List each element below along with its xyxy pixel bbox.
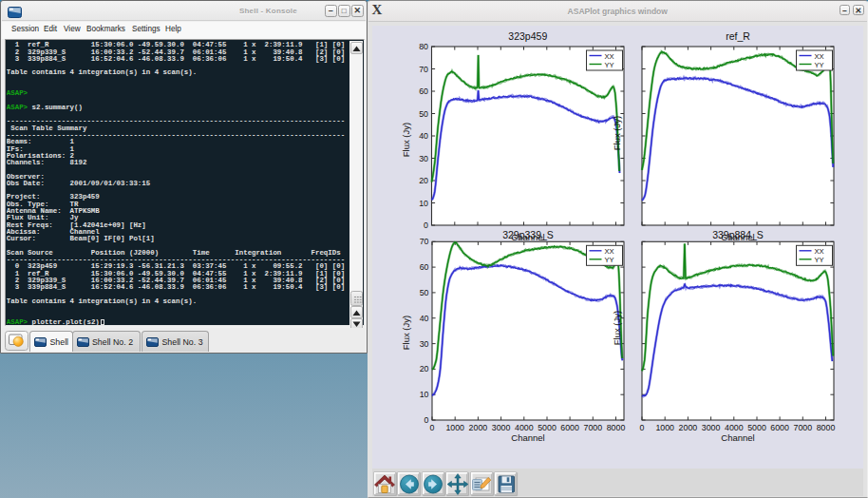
svg-text:Channel: Channel xyxy=(511,432,544,443)
svg-text:80: 80 xyxy=(419,42,428,51)
svg-text:Flux (Jy): Flux (Jy) xyxy=(401,123,411,157)
svg-text:20: 20 xyxy=(420,364,429,374)
svg-text:0: 0 xyxy=(424,220,428,230)
svg-text:329p339_S: 329p339_S xyxy=(502,229,554,240)
svg-text:70: 70 xyxy=(420,237,429,246)
svg-text:ref_R: ref_R xyxy=(726,30,750,42)
svg-text:30: 30 xyxy=(419,154,428,163)
svg-text:8000: 8000 xyxy=(817,423,836,432)
svg-text:1000: 1000 xyxy=(445,423,464,432)
svg-text:6000: 6000 xyxy=(770,423,789,432)
svg-text:4000: 4000 xyxy=(515,423,534,432)
svg-text:0: 0 xyxy=(425,415,429,425)
svg-text:30: 30 xyxy=(420,339,429,349)
svg-text:XX: XX xyxy=(605,52,614,61)
svg-text:20: 20 xyxy=(419,176,428,185)
svg-text:0: 0 xyxy=(640,423,645,432)
svg-text:Flux (Jy): Flux (Jy) xyxy=(612,311,622,345)
svg-text:50: 50 xyxy=(420,288,429,297)
svg-text:XX: XX xyxy=(605,247,614,256)
svg-text:70: 70 xyxy=(419,65,428,74)
svg-text:YY: YY xyxy=(815,256,824,264)
svg-text:Flux (Jy): Flux (Jy) xyxy=(401,316,411,350)
svg-text:10: 10 xyxy=(420,390,429,399)
svg-text:Flux (Jy): Flux (Jy) xyxy=(612,116,622,150)
svg-text:10: 10 xyxy=(419,199,428,208)
svg-text:YY: YY xyxy=(605,61,614,69)
svg-text:3000: 3000 xyxy=(492,423,511,432)
svg-text:339p884_S: 339p884_S xyxy=(712,229,764,240)
svg-text:YY: YY xyxy=(605,256,614,264)
svg-text:0: 0 xyxy=(430,423,435,432)
svg-text:50: 50 xyxy=(419,109,428,119)
svg-text:40: 40 xyxy=(420,314,429,323)
svg-text:6000: 6000 xyxy=(560,423,579,432)
svg-text:5000: 5000 xyxy=(538,423,557,432)
svg-text:40: 40 xyxy=(419,131,428,141)
svg-text:Channel: Channel xyxy=(721,432,754,443)
svg-text:YY: YY xyxy=(815,61,824,69)
svg-text:4000: 4000 xyxy=(725,423,744,432)
svg-text:323p459: 323p459 xyxy=(508,30,547,42)
svg-text:1000: 1000 xyxy=(655,423,674,432)
svg-text:2000: 2000 xyxy=(679,423,698,432)
svg-text:5000: 5000 xyxy=(747,423,766,432)
svg-text:7000: 7000 xyxy=(584,423,603,432)
svg-text:60: 60 xyxy=(419,86,428,96)
svg-text:XX: XX xyxy=(815,52,824,61)
svg-text:2000: 2000 xyxy=(469,423,488,432)
svg-text:60: 60 xyxy=(420,262,429,272)
svg-text:7000: 7000 xyxy=(794,423,813,432)
svg-text:XX: XX xyxy=(815,247,824,256)
svg-text:3000: 3000 xyxy=(702,423,721,432)
svg-text:8000: 8000 xyxy=(607,423,626,432)
